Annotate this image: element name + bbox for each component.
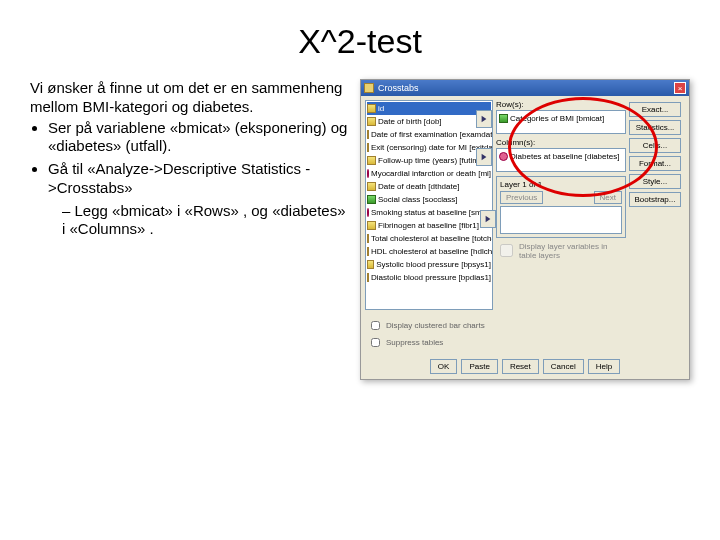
rows-variable: Categories of BMI [bmicat]	[510, 114, 604, 123]
ruler-icon	[367, 273, 369, 282]
cancel-button[interactable]: Cancel	[543, 359, 584, 374]
dialog-titlebar[interactable]: Crosstabs ×	[361, 80, 689, 96]
variable-label: Diastolic blood pressure [bpdias1]	[371, 273, 491, 282]
exact-button[interactable]: Exact...	[629, 102, 681, 117]
variable-list[interactable]: idDate of birth [dob]Date of first exami…	[365, 100, 493, 310]
ruler-icon	[367, 156, 376, 165]
ruler-icon	[367, 182, 376, 191]
ruler-icon	[367, 234, 369, 243]
display-layers-checkbox[interactable]	[500, 244, 513, 257]
rows-box[interactable]: Categories of BMI [bmicat]	[496, 110, 626, 134]
clustered-check-row[interactable]: Display clustered bar charts	[367, 318, 683, 333]
variable-item[interactable]: Smoking status at baseline [smoking]	[367, 206, 491, 219]
variable-item[interactable]: Fibrinogen at baseline [fibr1]	[367, 219, 491, 232]
variable-label: Date of birth [dob]	[378, 117, 442, 126]
subbullet-1: Legg «bmicat» i «Rows» , og «diabetes» i…	[62, 202, 352, 240]
ruler-icon	[367, 260, 374, 269]
variable-label: Systolic blood pressure [bpsys1]	[376, 260, 491, 269]
move-to-rows-button[interactable]	[476, 110, 492, 128]
ruler-icon	[367, 104, 376, 113]
variable-label: Smoking status at baseline [smoking]	[371, 208, 493, 217]
variable-item[interactable]: HDL cholesterol at baseline [hdlchol1]	[367, 245, 491, 258]
ordinal-icon	[367, 195, 376, 204]
variable-item[interactable]: Social class [socclass]	[367, 193, 491, 206]
cells-button[interactable]: Cells...	[629, 138, 681, 153]
nominal-icon	[367, 208, 369, 217]
crosstabs-icon	[364, 83, 374, 93]
variable-label: Follow-up time (years) [futime]	[378, 156, 486, 165]
layer-box[interactable]	[500, 206, 622, 234]
columns-box[interactable]: Diabetes at baseline [diabetes]	[496, 148, 626, 172]
ruler-icon	[367, 247, 369, 256]
variable-label: id	[378, 104, 384, 113]
nominal-icon	[367, 169, 369, 178]
layer-label: Layer 1 of 1	[500, 180, 622, 189]
variable-item[interactable]: Date of birth [dob]	[367, 115, 491, 128]
nominal-icon	[499, 152, 508, 161]
close-icon[interactable]: ×	[674, 82, 686, 94]
suppress-check-row[interactable]: Suppress tables	[367, 335, 683, 350]
variable-item[interactable]: Exit (censoring) date for MI [exitdate]	[367, 141, 491, 154]
bullet-2: Gå til «Analyze->Descriptive Statistics …	[48, 160, 352, 198]
variable-item[interactable]: Systolic blood pressure [bpsys1]	[367, 258, 491, 271]
format-button[interactable]: Format...	[629, 156, 681, 171]
variable-label: Myocardial infarction or death [mi]	[371, 169, 491, 178]
display-layers-check[interactable]: Display layer variables in table layers	[496, 241, 626, 260]
variable-label: Total cholesterol at baseline [totchol1]	[371, 234, 493, 243]
previous-button[interactable]: Previous	[500, 191, 543, 204]
intro-paragraph: Vi ønsker å finne ut om det er en sammen…	[30, 79, 352, 117]
description-text: Vi ønsker å finne ut om det er en sammen…	[30, 79, 352, 380]
dialog-title-text: Crosstabs	[378, 83, 419, 93]
columns-label: Column(s):	[496, 138, 626, 147]
variable-label: Date of first examination [examdate]	[371, 130, 493, 139]
variable-item[interactable]: id	[367, 102, 491, 115]
ruler-icon	[367, 221, 376, 230]
bullet-1: Ser på variablene «bmicat» (eksponering)…	[48, 119, 352, 157]
columns-variable: Diabetes at baseline [diabetes]	[510, 152, 619, 161]
variable-item[interactable]: Follow-up time (years) [futime]	[367, 154, 491, 167]
move-to-layer-button[interactable]	[480, 210, 496, 228]
statistics-button[interactable]: Statistics...	[629, 120, 681, 135]
reset-button[interactable]: Reset	[502, 359, 539, 374]
ruler-icon	[367, 117, 376, 126]
slide-title: X^2-test	[30, 22, 690, 61]
style-button[interactable]: Style...	[629, 174, 681, 189]
move-to-columns-button[interactable]	[476, 148, 492, 166]
variable-label: Social class [socclass]	[378, 195, 458, 204]
ruler-icon	[367, 130, 369, 139]
display-layers-label: Display layer variables in table layers	[519, 242, 626, 260]
ordinal-icon	[499, 114, 508, 123]
variable-item[interactable]: Date of first examination [examdate]	[367, 128, 491, 141]
variable-label: Date of death [dthdate]	[378, 182, 459, 191]
clustered-label: Display clustered bar charts	[386, 321, 485, 330]
variable-label: Exit (censoring) date for MI [exitdate]	[371, 143, 493, 152]
suppress-label: Suppress tables	[386, 338, 443, 347]
clustered-checkbox[interactable]	[371, 321, 380, 330]
variable-item[interactable]: Total cholesterol at baseline [totchol1]	[367, 232, 491, 245]
variable-label: Fibrinogen at baseline [fibr1]	[378, 221, 479, 230]
variable-item[interactable]: Myocardial infarction or death [mi]	[367, 167, 491, 180]
next-button[interactable]: Next	[594, 191, 622, 204]
variable-item[interactable]: Date of death [dthdate]	[367, 180, 491, 193]
paste-button[interactable]: Paste	[461, 359, 497, 374]
ok-button[interactable]: OK	[430, 359, 458, 374]
crosstabs-dialog: Crosstabs × idDate of birth [dob]Date of…	[360, 79, 690, 380]
variable-label: HDL cholesterol at baseline [hdlchol1]	[371, 247, 493, 256]
layer-panel: Layer 1 of 1 Previous Next	[496, 176, 626, 238]
ruler-icon	[367, 143, 369, 152]
help-button[interactable]: Help	[588, 359, 620, 374]
bootstrap-button[interactable]: Bootstrap...	[629, 192, 681, 207]
suppress-checkbox[interactable]	[371, 338, 380, 347]
rows-label: Row(s):	[496, 100, 626, 109]
variable-item[interactable]: Diastolic blood pressure [bpdias1]	[367, 271, 491, 284]
